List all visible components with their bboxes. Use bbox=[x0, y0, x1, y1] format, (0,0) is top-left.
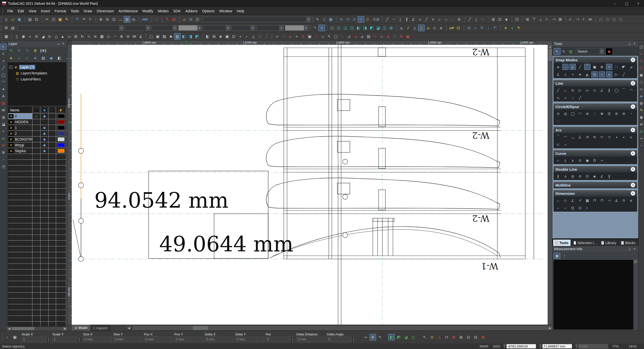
window-select-icon[interactable]: ⊞ bbox=[1, 149, 7, 155]
layer-name-header[interactable]: Name bbox=[8, 107, 32, 113]
snap-axis-icon[interactable]: ╱ bbox=[621, 71, 627, 77]
menu-dimension[interactable]: Dimension bbox=[94, 8, 116, 14]
callout-icon[interactable]: ▯ bbox=[418, 25, 425, 31]
grid-settings-icon[interactable]: ▦ bbox=[3, 33, 10, 40]
tangent-to-arc-icon[interactable]: ⌒ bbox=[621, 87, 627, 93]
hidden-line-icon[interactable]: ▣ bbox=[154, 33, 161, 40]
fill-color-combo[interactable]: ▾ bbox=[285, 25, 308, 31]
select-3d-icon[interactable]: ◩ bbox=[395, 334, 402, 340]
parabola-icon[interactable]: ∧ bbox=[570, 157, 576, 163]
menu-window[interactable]: Window bbox=[217, 8, 235, 14]
collapse-chevron-icon[interactable]: « bbox=[631, 151, 635, 156]
snap-cross-icon[interactable]: × bbox=[293, 33, 300, 40]
spin-down-icon[interactable]: ▼ bbox=[351, 339, 356, 342]
sphere-3d-icon[interactable]: ◉ bbox=[20, 33, 27, 40]
dim-multileader-icon[interactable]: ⌐ bbox=[562, 205, 569, 211]
point-marks-icon[interactable]: ∷ bbox=[153, 16, 160, 23]
palette-tab-tools[interactable]: ∗Tools bbox=[553, 239, 571, 246]
layer-combo[interactable]: ▾ bbox=[125, 25, 150, 31]
scroll-right-icon2[interactable]: ▶ bbox=[548, 326, 552, 330]
fit-page-icon[interactable]: ⌐ bbox=[244, 33, 250, 40]
wp-by-entity-icon[interactable]: ◫ bbox=[381, 25, 388, 31]
workspace-style-icon[interactable]: ▤ bbox=[10, 25, 16, 31]
text-tool-icon[interactable]: A bbox=[1, 93, 7, 99]
group-shapes-icon[interactable]: ◳ bbox=[638, 79, 644, 85]
pick-point-icon[interactable]: ↖ bbox=[377, 334, 383, 340]
align-merge-icon[interactable]: ⋉ bbox=[587, 16, 594, 23]
pin-icon[interactable]: ⊥ bbox=[627, 247, 632, 251]
circle-3-point-icon[interactable]: ◌ bbox=[591, 111, 598, 117]
hatch-tool-icon[interactable]: ▨ bbox=[1, 100, 7, 106]
layer-color-swatch[interactable] bbox=[58, 149, 65, 153]
layer-properties-icon[interactable]: ▤ bbox=[40, 55, 46, 61]
snap-apex-icon[interactable]: ∧ bbox=[606, 71, 612, 77]
double-perpendicular-icon[interactable]: ∠ bbox=[599, 173, 605, 179]
spin-up-icon[interactable]: ▲ bbox=[351, 337, 356, 339]
snap-triangle-b-icon[interactable]: ⊿ bbox=[352, 33, 359, 40]
col-right-icon[interactable]: ⊣ bbox=[550, 16, 557, 23]
double-polygon-icon[interactable]: ⊙ bbox=[577, 173, 583, 179]
dim-continuous-icon[interactable]: ⊓ bbox=[591, 197, 598, 203]
spin-up-icon[interactable]: ▲ bbox=[290, 337, 295, 339]
circle-tangent-icon[interactable]: ⊖ bbox=[584, 111, 590, 117]
arc-large-icon[interactable]: ◗ bbox=[621, 134, 627, 140]
arc-3-point-icon[interactable]: ◡ bbox=[570, 134, 576, 140]
new-icon[interactable]: ▯ bbox=[3, 16, 10, 23]
extrude-icon[interactable]: ⊞ bbox=[72, 33, 79, 40]
tab-layout1[interactable]: ▯ Layout1 bbox=[91, 325, 110, 331]
col-visible-icon[interactable]: ◉ bbox=[42, 108, 47, 112]
arc-tangent-icon[interactable]: ∠ bbox=[577, 134, 583, 140]
layer-colors-icon[interactable]: ≣ bbox=[32, 48, 38, 54]
aspect-ratio-lock-icon[interactable]: ⊞ bbox=[370, 334, 376, 340]
layer-row[interactable]: ≣2◉ bbox=[8, 131, 66, 137]
move-tool-icon[interactable]: + bbox=[1, 128, 7, 134]
arc-tool-icon[interactable]: ◠ bbox=[1, 79, 7, 85]
measure-arc-icon[interactable]: ⊿ bbox=[425, 25, 431, 31]
snap-facet-icon[interactable]: ▷ bbox=[613, 71, 620, 77]
line-icon[interactable]: ╱ bbox=[555, 87, 561, 93]
modify-parallel-icon[interactable]: ∦ bbox=[404, 16, 410, 23]
frame-tool-icon[interactable]: ▫ bbox=[1, 156, 7, 162]
bring-forward-icon[interactable]: ◳ bbox=[611, 16, 617, 23]
prism-tool-icon[interactable]: ◈ bbox=[638, 93, 644, 99]
measure-report-icon[interactable]: ▦ bbox=[554, 253, 560, 259]
inspector-edit-icon[interactable]: ⊙ bbox=[364, 16, 371, 23]
delete-layer-icon[interactable]: × bbox=[16, 55, 22, 61]
sweep-icon[interactable]: ∿ bbox=[86, 33, 92, 40]
prism-icon[interactable]: ▲ bbox=[59, 33, 66, 40]
image-view-icon[interactable]: ▦ bbox=[328, 16, 334, 23]
circle-keyhole-icon[interactable]: Ω bbox=[606, 111, 612, 117]
trim-icon[interactable]: ✂ bbox=[638, 51, 644, 57]
pin-icon[interactable]: ⊥ bbox=[56, 42, 61, 46]
surface-icon[interactable]: ◇ bbox=[105, 33, 112, 40]
visible-eye-icon[interactable]: ◉ bbox=[43, 143, 46, 147]
modify-none-icon[interactable]: ⊘ bbox=[456, 16, 462, 23]
menu-help[interactable]: Help bbox=[234, 8, 247, 14]
col-left-icon[interactable]: ⊢ bbox=[544, 16, 550, 23]
filter-layers-icon[interactable]: ▽ bbox=[16, 48, 22, 54]
pick-cursor-icon[interactable]: ↖ bbox=[421, 334, 428, 340]
tree-expand-icon[interactable]: − bbox=[9, 65, 13, 69]
snap-none-icon[interactable]: × bbox=[280, 33, 287, 40]
send-backward-icon[interactable]: ◳ bbox=[617, 16, 624, 23]
spin-up-icon[interactable]: ▲ bbox=[77, 337, 82, 339]
rotate-3d-icon[interactable]: ∡ bbox=[137, 33, 144, 40]
wp-front-icon[interactable]: ◰ bbox=[329, 25, 336, 31]
color-combo[interactable]: ▾ bbox=[152, 25, 177, 31]
format-painter-icon[interactable]: ✎ bbox=[63, 16, 70, 23]
boolean-add-icon[interactable]: ⊕ bbox=[118, 33, 125, 40]
refresh-layers-icon[interactable]: ↻ bbox=[8, 48, 14, 54]
select-layers-icon[interactable]: ◈ bbox=[503, 16, 510, 23]
snap-workplane-icon[interactable]: ◭ bbox=[584, 71, 590, 77]
irregular-polygon-icon[interactable]: ◯ bbox=[613, 87, 620, 93]
spell-check-icon[interactable]: ABC bbox=[141, 16, 149, 23]
maximize-button[interactable]: ▢ bbox=[621, 0, 632, 7]
y-coordinate-field[interactable]: 71,949637 mm bbox=[542, 344, 572, 348]
layer-row[interactable]: ≣1◉ bbox=[8, 125, 66, 131]
point-tool-icon[interactable]: ● bbox=[1, 86, 7, 92]
menu-draw[interactable]: Draw bbox=[82, 8, 95, 14]
snap-opposite-icon[interactable]: Ω bbox=[591, 71, 598, 77]
field-input[interactable]: 0 mm bbox=[113, 337, 142, 342]
x-coordinate-field[interactable]: -6763,356018 bbox=[506, 344, 536, 348]
double-rot-rect-icon[interactable]: ◈ bbox=[591, 173, 598, 179]
